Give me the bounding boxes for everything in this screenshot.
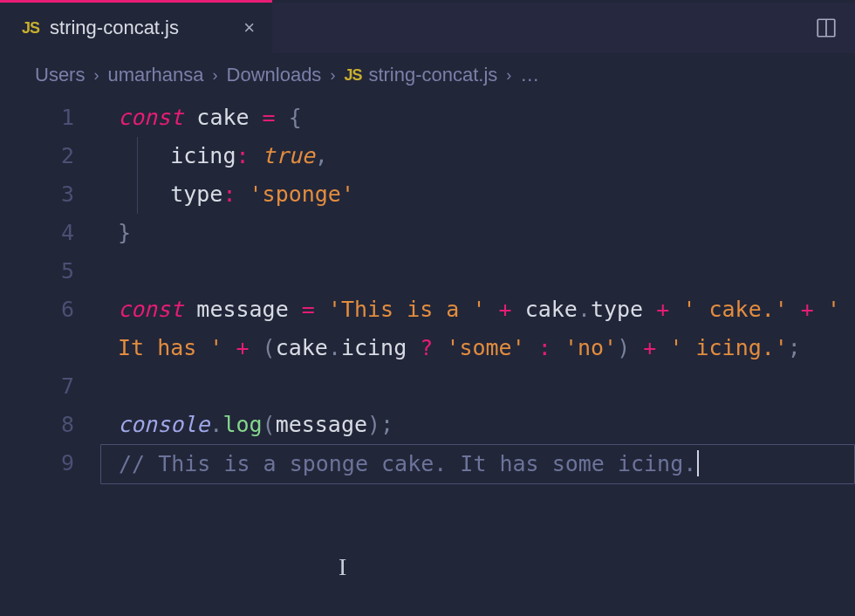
code-content[interactable]: const message = 'This is a ' + cake.type… — [100, 291, 855, 367]
tab-string-concat[interactable]: JS string-concat.js × — [0, 3, 272, 53]
text-cursor-icon: I — [339, 553, 346, 581]
code-content[interactable]: const cake = { — [100, 99, 855, 137]
chevron-right-icon: › — [506, 66, 511, 85]
code-line[interactable]: 1 const cake = { — [0, 99, 855, 137]
chevron-right-icon: › — [330, 66, 335, 85]
code-content[interactable]: // This is a sponge cake. It has some ic… — [100, 444, 855, 484]
chevron-right-icon: › — [213, 66, 218, 85]
crumb-ellipsis[interactable]: … — [520, 64, 539, 86]
code-content[interactable]: console.log(message); — [100, 406, 855, 444]
js-file-icon: JS — [22, 19, 39, 38]
crumb-file-name: string-concat.js — [368, 64, 497, 86]
code-content[interactable]: } — [100, 214, 855, 252]
code-line[interactable]: 8 console.log(message); — [0, 406, 855, 444]
code-line[interactable]: 2 icing: true, — [0, 137, 855, 175]
code-line[interactable]: 3 type: 'sponge' — [0, 175, 855, 214]
tab-bar: JS string-concat.js × — [0, 3, 855, 53]
code-content[interactable]: icing: true, — [100, 137, 855, 175]
chevron-right-icon: › — [93, 66, 99, 85]
crumb-umarhansa[interactable]: umarhansa — [107, 64, 203, 86]
crumb-users[interactable]: Users — [35, 64, 85, 86]
code-line[interactable]: 5 — [0, 252, 855, 291]
line-number: 7 — [0, 367, 100, 406]
line-number: 3 — [0, 175, 100, 214]
close-icon[interactable]: × — [243, 17, 255, 39]
code-content[interactable]: type: 'sponge' — [100, 175, 855, 214]
code-editor[interactable]: 1 const cake = { 2 icing: true, 3 type: … — [0, 97, 855, 484]
line-number: 1 — [0, 99, 100, 137]
tab-title: string-concat.js — [50, 17, 179, 39]
code-line[interactable]: 9 // This is a sponge cake. It has some … — [0, 444, 855, 484]
breadcrumb[interactable]: Users › umarhansa › Downloads › JS strin… — [0, 53, 855, 97]
line-number: 9 — [0, 444, 100, 483]
split-editor-icon[interactable] — [815, 17, 838, 39]
crumb-file[interactable]: JS string-concat.js — [344, 64, 497, 86]
code-line[interactable]: 4 } — [0, 214, 855, 252]
indent-guide — [137, 137, 138, 175]
line-number: 5 — [0, 252, 100, 291]
code-line[interactable]: 7 — [0, 367, 855, 406]
cursor — [697, 450, 699, 476]
js-file-icon: JS — [344, 66, 361, 85]
line-number: 4 — [0, 214, 100, 252]
line-number: 6 — [0, 291, 100, 329]
indent-guide — [137, 175, 138, 214]
code-line[interactable]: 6 const message = 'This is a ' + cake.ty… — [0, 291, 855, 367]
line-number: 8 — [0, 406, 100, 444]
line-number: 2 — [0, 137, 100, 175]
crumb-downloads[interactable]: Downloads — [227, 64, 322, 86]
